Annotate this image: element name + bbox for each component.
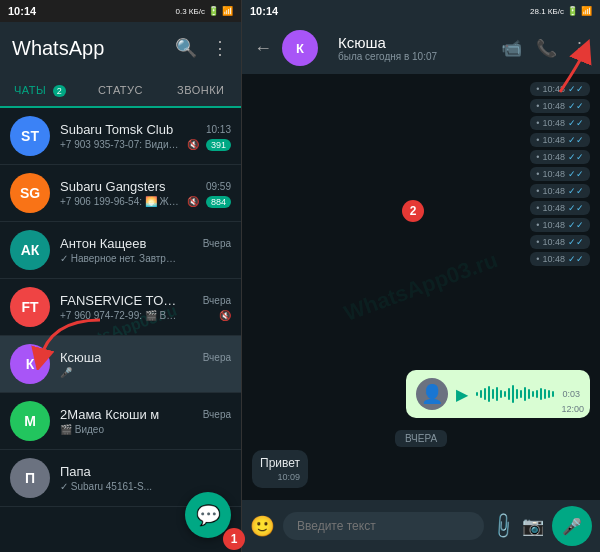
chat-info: 2Мама Ксюши мВчера🎬 Видео [60, 407, 231, 435]
chat-item[interactable]: М2Мама Ксюши мВчера🎬 Видео [0, 393, 241, 450]
wave-bar [476, 392, 478, 396]
time-bubble: •10:48✓✓ [530, 167, 590, 181]
chat-item[interactable]: АКАнтон КащеевВчера✓ Наверное нет. Завтр… [0, 222, 241, 279]
video-call-icon[interactable]: 📹 [501, 38, 522, 59]
tab-chats[interactable]: ЧАТЫ 2 [0, 74, 80, 108]
time-bubble: •10:48✓✓ [530, 201, 590, 215]
wave-bar [548, 390, 550, 398]
header-icons: 🔍 ⋮ [175, 37, 229, 59]
wave-bar [520, 390, 522, 398]
chat-preview: 🎬 Видео [60, 424, 104, 435]
chat-name: Антон Кащеев [60, 236, 146, 251]
voice-sender-avatar: 👤 [416, 378, 448, 410]
chat-time: 10:13 [206, 124, 231, 135]
chat-name: Ксюша [60, 350, 101, 365]
chat-name: Subaru Tomsk Club [60, 122, 173, 137]
voice-send-time: 12:00 [561, 404, 584, 414]
received-message: Привет 10:09 [252, 450, 308, 488]
chat-info: Subaru Tomsk Club10:13+7 903 935-73-07: … [60, 122, 231, 151]
new-chat-fab[interactable]: 💬 [185, 492, 231, 538]
chat-info: FANSERVICE TOMSKВчера+7 960 974-72-99: 🎬… [60, 293, 231, 321]
chat-time: Вчера [203, 352, 231, 363]
chat-item[interactable]: SGSubaru Gangsters09:59+7 906 199-96-54:… [0, 165, 241, 222]
chat-time: Вчера [203, 409, 231, 420]
date-separator: ВЧЕРА [395, 428, 447, 446]
battery-icon-right: 🔋 [567, 6, 578, 16]
status-bar-left: 10:14 0.3 КБ/с 🔋 📶 [0, 0, 241, 22]
chat-preview-row: +7 903 935-73-07: Видимо...🔇391 [60, 139, 231, 151]
chat-name: FANSERVICE TOMSK [60, 293, 180, 308]
chat-name-row: FANSERVICE TOMSKВчера [60, 293, 231, 308]
voice-call-icon[interactable]: 📞 [536, 38, 557, 59]
emoji-button[interactable]: 🙂 [250, 514, 275, 538]
wave-bar [492, 389, 494, 399]
signal-icon-left: 📶 [222, 6, 233, 16]
chat-item[interactable]: STSubaru Tomsk Club10:13+7 903 935-73-07… [0, 108, 241, 165]
chat-info: КсюшаВчера🎤 [60, 350, 231, 378]
chat-name-row: 2Мама Ксюши мВчера [60, 407, 231, 422]
circle-badge-2: 2 [402, 200, 424, 222]
chat-avatar: FT [10, 287, 50, 327]
chat-name: Папа [60, 464, 91, 479]
chat-item[interactable]: FTFANSERVICE TOMSKВчера+7 960 974-72-99:… [0, 279, 241, 336]
wave-bar [480, 390, 482, 398]
camera-button[interactable]: 📷 [522, 515, 544, 537]
time-bubble: •10:48✓✓ [530, 184, 590, 198]
chat-info: Антон КащеевВчера✓ Наверное нет. Завтра … [60, 236, 231, 264]
chat-name-row: Антон КащеевВчера [60, 236, 231, 251]
chat-preview-row: 🎤 [60, 367, 231, 378]
chat-name-row: КсюшаВчера [60, 350, 231, 365]
voice-message-bubble: 👤 ▶ 0:03 12:00 [406, 370, 590, 418]
chats-badge: 2 [53, 85, 67, 97]
wave-bar [500, 390, 502, 398]
waveform [476, 384, 554, 404]
chat-avatar: П [10, 458, 50, 498]
chat-preview: ✓ Наверное нет. Завтра можно бу... [60, 253, 180, 264]
chat-list: WhatsApp03.ru STSubaru Tomsk Club10:13+7… [0, 108, 241, 552]
message-text: Привет [260, 456, 300, 470]
chat-time: 09:59 [206, 181, 231, 192]
attach-button[interactable]: 📎 [487, 510, 518, 541]
more-chat-options-icon[interactable]: ⋮ [571, 38, 588, 59]
contact-status: была сегодня в 10:07 [338, 51, 437, 62]
tab-calls[interactable]: ЗВОНКИ [161, 74, 241, 106]
back-button[interactable]: ← [254, 38, 272, 59]
muted-icon: 🔇 [187, 196, 199, 207]
chat-preview: ✓ Subaru 45161-S... [60, 481, 152, 492]
voice-duration: 0:03 [562, 389, 580, 399]
more-options-icon[interactable]: ⋮ [211, 37, 229, 59]
chat-preview-row: +7 906 199-96-54: 🌅 Жизн...🔇884 [60, 196, 231, 208]
chat-avatar: ST [10, 116, 50, 156]
chat-info: Папа✓ Subaru 45161-S... [60, 464, 231, 492]
right-status-icons: 28.1 КБ/с 🔋 📶 [530, 6, 592, 16]
wave-bar [512, 385, 514, 403]
time-bubble: •10:48✓✓ [530, 82, 590, 96]
wave-bar [544, 389, 546, 399]
chat-name-row: Папа [60, 464, 231, 479]
chat-name: Subaru Gangsters [60, 179, 166, 194]
tab-status[interactable]: СТАТУС [80, 74, 160, 106]
wave-bar [536, 390, 538, 398]
left-time: 10:14 [8, 5, 36, 17]
chat-time: Вчера [203, 238, 231, 249]
chat-name-row: Subaru Tomsk Club10:13 [60, 122, 231, 137]
chat-avatar: SG [10, 173, 50, 213]
unread-badge: 884 [206, 196, 231, 208]
chat-name: 2Мама Ксюши м [60, 407, 159, 422]
mic-icon: 🎤 [562, 517, 582, 536]
mic-button[interactable]: 🎤 [552, 506, 592, 546]
time-bubble: •10:48✓✓ [530, 133, 590, 147]
muted-icon: 🔇 [219, 310, 231, 321]
chat-actions: 📹 📞 ⋮ [501, 38, 588, 59]
input-area: 🙂 📎 📷 🎤 [242, 500, 600, 552]
message-input[interactable] [283, 512, 484, 540]
search-icon[interactable]: 🔍 [175, 37, 197, 59]
time-bubble: •10:48✓✓ [530, 99, 590, 113]
battery-icon-left: 🔋 [208, 6, 219, 16]
chat-list-container: STSubaru Tomsk Club10:13+7 903 935-73-07… [0, 108, 241, 507]
circle-badge-1: 1 [223, 528, 245, 550]
right-panel: 10:14 28.1 КБ/с 🔋 📶 ← К Ксюша была сегод… [242, 0, 600, 552]
chat-preview: 🎤 [60, 367, 72, 378]
chat-item[interactable]: ККсюшаВчера🎤 [0, 336, 241, 393]
play-button[interactable]: ▶ [456, 385, 468, 404]
